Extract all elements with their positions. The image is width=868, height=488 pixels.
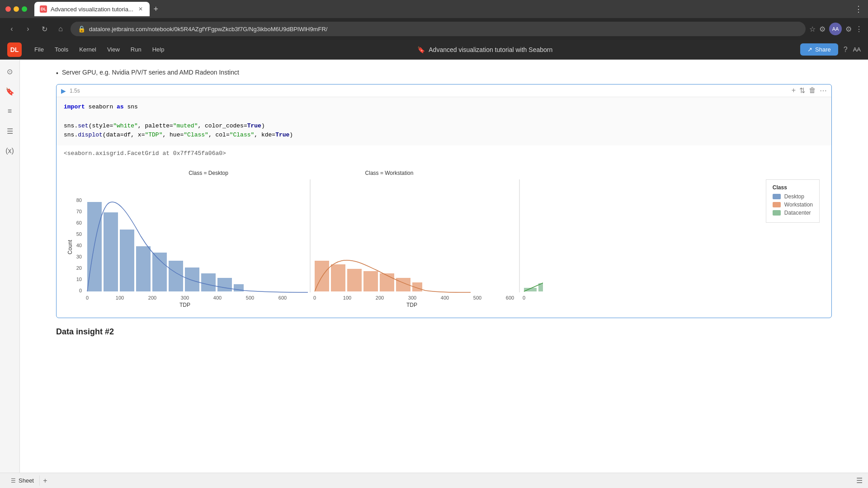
bar-desktop-9	[217, 278, 232, 291]
delete-cell-icon[interactable]: 🗑	[809, 86, 816, 95]
legend-color-desktop	[773, 194, 781, 199]
more-icon[interactable]: ⋮	[855, 25, 863, 33]
sidebar-list-icon[interactable]: ☰	[4, 125, 16, 137]
sidebar-bookmark-icon[interactable]: 🔖	[4, 85, 16, 98]
move-cell-icon[interactable]: ⇅	[799, 86, 805, 95]
lock-icon: 🔒	[78, 25, 85, 33]
tab-close-button[interactable]: ✕	[137, 5, 144, 13]
menu-file[interactable]: File	[29, 43, 49, 56]
tab-bar: DL Advanced visualization tutoria... ✕ +	[34, 2, 851, 16]
app-logo: DL	[7, 42, 22, 57]
code-line-3: sns.displot(data=df, x="TDP", hue="Class…	[64, 131, 824, 140]
y-axis-label: Count	[67, 240, 73, 255]
help-icon[interactable]: ?	[844, 46, 848, 54]
y-tick: 10	[76, 277, 82, 282]
chart-inner: Count Class = Desktop 0 10 20 30 40 50 6…	[64, 166, 824, 310]
x-tick-p2: 400	[441, 295, 449, 300]
y-tick: 70	[76, 209, 82, 214]
sheet-tab-label: Sheet	[19, 477, 34, 484]
legend-item-desktop: Desktop	[773, 193, 813, 200]
sidebar-variable-icon[interactable]: (x)	[4, 145, 16, 157]
sidebar-layers-icon[interactable]: ≡	[4, 105, 16, 117]
menu-view[interactable]: View	[102, 43, 125, 56]
add-sheet-button[interactable]: +	[40, 475, 51, 486]
menu-help[interactable]: Help	[147, 43, 170, 56]
add-cell-icon[interactable]: +	[792, 86, 796, 95]
legend-label-desktop: Desktop	[784, 193, 804, 200]
url-bar[interactable]: 🔒 datalore.jetbrains.com/notebook/0k5R4A…	[71, 22, 806, 36]
toolbar-center: 🔖 Advanced visualization tutorial with S…	[170, 46, 800, 53]
menu-run[interactable]: Run	[125, 43, 147, 56]
bar-desktop-7	[185, 267, 199, 291]
sidebar-home-icon[interactable]: ⊙	[4, 65, 16, 78]
chart-container: Count Class = Desktop 0 10 20 30 40 50 6…	[57, 161, 831, 318]
y-tick: 60	[76, 220, 82, 225]
reload-button[interactable]: ↻	[38, 23, 51, 35]
run-cell-button[interactable]: ▶	[61, 87, 66, 94]
window-controls	[5, 6, 27, 12]
panel2-title: Class = Workstation	[365, 170, 414, 176]
menu-kernel[interactable]: Kernel	[74, 43, 102, 56]
y-tick: 40	[76, 243, 82, 248]
more-cell-icon[interactable]: ⋯	[820, 86, 827, 95]
bar-work-4	[363, 271, 378, 291]
cell-code[interactable]: import seaborn as sns sns.set(style="whi…	[57, 97, 831, 145]
browser-menu-icon[interactable]: ⋮	[854, 4, 863, 14]
sheet-tab[interactable]: ☰ Sheet	[5, 475, 40, 486]
legend-color-workstation	[773, 202, 781, 207]
chart-svg: Count Class = Desktop 0 10 20 30 40 50 6…	[64, 166, 543, 310]
app-toolbar: DL File Tools Kernel View Run Help 🔖 Adv…	[0, 40, 868, 60]
maximize-button[interactable]	[22, 6, 27, 12]
extensions-icon[interactable]: ⚙	[819, 25, 826, 33]
sheet-icon: ☰	[11, 478, 16, 484]
browser-chrome: DL Advanced visualization tutoria... ✕ +…	[0, 0, 868, 18]
bottom-tabs-bar: ☰ Sheet + ☰	[0, 473, 868, 488]
notebook-title: Advanced visualization tutorial with Sea…	[429, 46, 552, 53]
active-tab[interactable]: DL Advanced visualization tutoria... ✕	[34, 2, 150, 16]
x-tick-p2: 200	[376, 295, 384, 300]
home-button[interactable]: ⌂	[54, 23, 67, 35]
x-tick-p2: 500	[473, 295, 481, 300]
y-tick: 30	[76, 254, 82, 259]
bullet-item: • Server GPU, e.g. Nvidia P/V/T series a…	[56, 69, 832, 77]
legend-item-datacenter: Datacenter	[773, 210, 813, 216]
toolbar-right: ↗ Share ? AA	[800, 43, 861, 56]
legend-color-datacenter	[773, 210, 781, 216]
tab-title: Advanced visualization tutoria...	[51, 6, 133, 13]
new-tab-button[interactable]: +	[150, 3, 162, 15]
code-line-blank	[64, 112, 824, 122]
profile-avatar[interactable]: AA	[829, 23, 842, 35]
minimize-button[interactable]	[14, 6, 19, 12]
x-axis-title-p2: TDP	[406, 302, 417, 308]
hamburger-icon[interactable]: ☰	[856, 476, 863, 485]
bullet-dot: •	[56, 70, 58, 77]
y-tick: 20	[76, 265, 82, 271]
back-button[interactable]: ‹	[5, 23, 18, 35]
forward-button[interactable]: ›	[22, 23, 34, 35]
legend-label-datacenter: Datacenter	[784, 210, 811, 216]
menu-tools[interactable]: Tools	[49, 43, 74, 56]
x-tick-p1: 0	[86, 295, 89, 300]
notebook-icon: 🔖	[417, 46, 425, 53]
close-button[interactable]	[5, 6, 11, 12]
y-tick: 0	[79, 288, 82, 293]
bottom-right: ☰	[856, 476, 863, 485]
address-bar-icons: ☆ ⚙ AA ⚙ ⋮	[809, 23, 863, 35]
share-button[interactable]: ↗ Share	[800, 43, 838, 56]
bookmark-icon[interactable]: ☆	[809, 25, 816, 33]
bullet-text: Server GPU, e.g. Nvidia P/V/T series and…	[62, 69, 239, 76]
aa-button[interactable]: AA	[853, 46, 861, 53]
left-sidebar: ⊙ 🔖 ≡ ☰ (x)	[0, 60, 20, 473]
settings-icon[interactable]: ⚙	[845, 25, 852, 33]
bar-work-3	[347, 269, 362, 291]
bar-desktop-3	[120, 230, 134, 291]
code-line-1: import seaborn as sns	[64, 103, 824, 112]
cell-output-text: <seaborn.axisgrid.FacetGrid at 0x7ff745f…	[57, 145, 831, 161]
bar-work-5	[380, 273, 394, 291]
bar-desktop-2	[104, 212, 118, 291]
x-tick-p2: 300	[408, 295, 416, 300]
x-tick-p1: 400	[213, 295, 222, 300]
y-tick: 80	[76, 197, 82, 203]
url-text: datalore.jetbrains.com/notebook/0k5R4AZg…	[89, 26, 798, 33]
cell-toolbar: ▶ 1.5s + ⇅ 🗑 ⋯	[57, 84, 831, 97]
